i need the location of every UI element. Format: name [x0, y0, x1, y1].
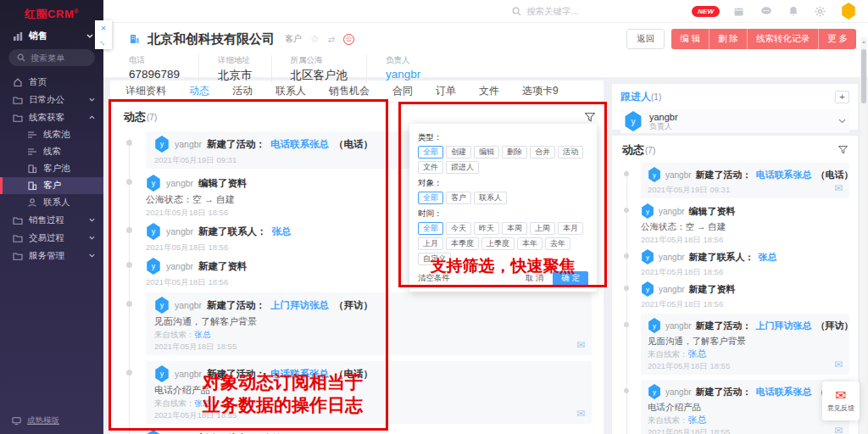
user-avatar[interactable]: [841, 3, 856, 19]
mail-icon[interactable]: ✉: [834, 359, 843, 370]
filter-chip[interactable]: 客户: [446, 192, 471, 204]
cancel-button[interactable]: 取 消: [526, 273, 544, 284]
filter-chip[interactable]: 本周: [502, 222, 527, 235]
sidebar-item-service-mgmt[interactable]: 服务管理: [0, 247, 103, 264]
tab-contracts[interactable]: 合同: [392, 81, 413, 102]
filter-chip[interactable]: 删除: [502, 146, 527, 159]
lead-convert-record-button[interactable]: 线索转化记录: [747, 29, 818, 49]
tab-files[interactable]: 文件: [479, 81, 499, 102]
sidebar-item-trade-process[interactable]: 交易过程: [0, 229, 103, 247]
public-sea-icon[interactable]: 公: [343, 34, 354, 45]
global-search-input[interactable]: [526, 6, 620, 16]
chevron-down-icon[interactable]: [838, 119, 846, 124]
filter-chip[interactable]: 自定义: [418, 253, 451, 265]
tab-contacts[interactable]: 联系人: [275, 81, 306, 102]
filter-chip[interactable]: 全部: [418, 146, 443, 159]
filter-chip[interactable]: 文件: [418, 161, 443, 174]
tab-orders[interactable]: 订单: [436, 81, 456, 102]
filter-chip[interactable]: 今天: [446, 222, 471, 235]
calendar-icon[interactable]: [733, 6, 744, 17]
sidebar-item-leads-pool[interactable]: 线索池: [0, 126, 103, 143]
contact-link[interactable]: 张总: [759, 251, 777, 264]
close-icon[interactable]: ×: [101, 24, 106, 32]
sidebar-item-customer[interactable]: 客户: [0, 177, 103, 194]
bell-icon[interactable]: [788, 6, 798, 17]
global-search[interactable]: [512, 6, 639, 16]
filter-chip[interactable]: 联系人: [474, 192, 507, 204]
tab-custom9[interactable]: 选项卡9: [522, 81, 559, 102]
sidebar-item-sales-process[interactable]: 销售过程: [0, 211, 103, 229]
activity-link[interactable]: 上门拜访张总: [270, 298, 329, 312]
template-link[interactable]: 成熟模版: [11, 415, 59, 426]
sidebar-item-leads[interactable]: 线索: [0, 143, 103, 160]
edit-button[interactable]: 编 辑: [671, 29, 709, 49]
activity-link[interactable]: 上门拜访张总: [756, 320, 812, 332]
transfer-icon[interactable]: ⇄: [328, 35, 335, 44]
filter-chip[interactable]: 上周: [530, 222, 555, 235]
contact-link[interactable]: 张总: [272, 225, 292, 238]
back-button[interactable]: 返回: [626, 29, 665, 49]
filter-chip[interactable]: 编辑: [474, 146, 499, 159]
lead-link[interactable]: 张总: [688, 348, 707, 359]
activity-link[interactable]: 电话联系张总: [756, 169, 812, 181]
mail-icon[interactable]: ✉: [834, 425, 843, 434]
feed-item[interactable]: y yangbr 新建了联系人： 张总 2021年05月18日 18:56: [641, 249, 849, 276]
follower-row[interactable]: y yangbr 负责人: [620, 109, 849, 133]
sidebar-search[interactable]: [8, 49, 95, 66]
favorite-star-icon[interactable]: ☆: [310, 33, 320, 45]
feed-item[interactable]: y yangbr 新建了资料 2021年05月18日 18:56: [641, 281, 849, 309]
mail-icon[interactable]: ✉: [576, 339, 585, 351]
filter-chip[interactable]: 本月: [558, 222, 583, 235]
sidebar-item-home[interactable]: 首页: [0, 73, 103, 91]
sidebar-item-leads-group[interactable]: 线索获客: [0, 108, 103, 126]
add-follower-button[interactable]: +: [835, 91, 849, 103]
filter-chip[interactable]: 合并: [530, 146, 555, 159]
confirm-button[interactable]: 确 定: [553, 271, 588, 286]
filter-chip[interactable]: 昨天: [474, 222, 499, 235]
feed-item[interactable]: y yangbr 新建了活动： 电话联系张总 （电话） 电话介绍产品 来自线索：…: [641, 380, 849, 434]
filter-chip[interactable]: 跟进人: [446, 161, 479, 174]
filter-chip[interactable]: 全部: [418, 192, 443, 204]
delete-button[interactable]: 删 除: [709, 29, 747, 49]
sidebar-search-input[interactable]: [31, 53, 90, 63]
filter-chip[interactable]: 全部: [418, 222, 443, 235]
activity-link[interactable]: 电话联系张总: [270, 137, 329, 151]
clear-filters-button[interactable]: 清空条件: [418, 273, 450, 284]
filter-chip[interactable]: 活动: [558, 146, 583, 159]
activity-link[interactable]: 电话联系张总: [270, 367, 329, 381]
scroll-up-arrow[interactable]: ▲: [860, 39, 867, 44]
tab-opportunities[interactable]: 销售机会: [329, 81, 370, 102]
sidebar-item-contacts[interactable]: 联系人: [0, 194, 103, 211]
tab-details[interactable]: 详细资料: [125, 81, 166, 102]
filter-chip[interactable]: 上季度: [481, 237, 515, 250]
more-button[interactable]: 更 多: [818, 29, 856, 49]
message-icon[interactable]: [760, 6, 772, 16]
feed-item[interactable]: y yangbr 新建了活动： 上门拜访张总 （拜访） 见面沟通，了解客户背景 …: [146, 292, 592, 355]
lead-link[interactable]: 张总: [195, 330, 211, 339]
feedback-button[interactable]: ✉ 意见反馈: [822, 381, 860, 420]
filter-chip[interactable]: 本季度: [446, 237, 479, 250]
filter-chip[interactable]: 去年: [545, 237, 570, 250]
activity-link[interactable]: 电话联系张总: [756, 386, 812, 398]
sidebar-item-customer-pool[interactable]: 客户池: [0, 160, 103, 177]
feed-item[interactable]: y yangbr 新建了线索： 张总: [146, 430, 592, 434]
feed-item[interactable]: y yangbr 新建了活动： 电话联系张总 （电话） 电话介绍产品 来自线索：…: [146, 361, 592, 424]
scrollbar-thumb[interactable]: [861, 49, 866, 103]
owner-link[interactable]: yangbr: [386, 68, 420, 81]
lead-link[interactable]: 张总: [688, 415, 707, 425]
filter-chip[interactable]: 上月: [418, 237, 443, 250]
filter-funnel-icon[interactable]: [585, 113, 595, 122]
feed-item[interactable]: y yangbr 新建了活动： 上门拜访张总 （拜访） 见面沟通，了解客户背景 …: [641, 314, 849, 375]
mail-icon[interactable]: ✉: [834, 182, 843, 194]
filter-chip[interactable]: 创建: [446, 146, 471, 159]
resize-diagonal-icon[interactable]: ↔: [97, 36, 108, 47]
feed-item[interactable]: y yangbr 编辑了资料 公海状态：空 → 自建 2021年05月18日 1…: [641, 203, 849, 244]
tab-feed[interactable]: 动态: [189, 81, 209, 102]
filter-chip[interactable]: 本年: [517, 237, 542, 250]
vertical-scrollbar[interactable]: ▲: [860, 37, 867, 434]
mail-icon[interactable]: ✉: [576, 408, 585, 420]
gear-icon[interactable]: [815, 6, 826, 17]
lead-link[interactable]: 张总: [195, 398, 211, 408]
feed-item[interactable]: y yangbr 新建了活动： 电话联系张总 （电话） 2021年05月19日 …: [641, 163, 849, 198]
tab-activities[interactable]: 活动: [232, 81, 253, 102]
